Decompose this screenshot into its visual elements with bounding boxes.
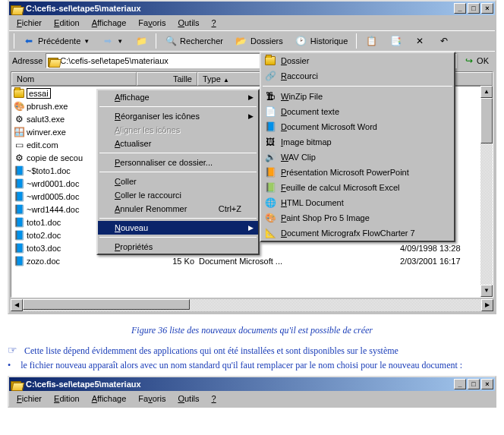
ctx-item[interactable]: Actualiser — [98, 137, 258, 150]
ctx-item[interactable]: Annuler RenommerCtrl+Z — [98, 202, 258, 216]
ctx-item[interactable]: Personnaliser ce dossier... — [98, 156, 258, 169]
app-icon: ⚙ — [13, 113, 25, 125]
file-size: 15 Ko — [138, 257, 199, 266]
folder-open-icon — [48, 55, 60, 67]
submenu-arrow-icon: ▶ — [248, 224, 254, 232]
new-item[interactable]: 📘Document Microsoft Word — [261, 119, 454, 134]
history-button[interactable]: 🕑 Historique — [290, 33, 354, 49]
close-button[interactable]: × — [481, 3, 493, 14]
note2-text: le fichier nouveau apparaît alors avec u… — [20, 360, 462, 370]
ctx-item[interactable]: Réorganiser les icônes▶ — [98, 109, 258, 123]
up-button[interactable]: 📁 — [130, 33, 153, 49]
menu-affichage[interactable]: Affichage — [87, 392, 131, 405]
new-item[interactable]: 📐Document Micrografx FlowCharter 7 — [261, 225, 454, 241]
menu-bar: Fichier Edition Affichage Favoris Outils… — [9, 15, 495, 30]
col-size[interactable]: Taille — [137, 72, 197, 86]
new-item-label: WAV Clip — [281, 153, 316, 162]
minimize-button[interactable]: _ — [454, 3, 466, 14]
go-button[interactable]: ↪ OK — [460, 55, 492, 67]
psp-icon: 🎨 — [264, 212, 276, 224]
minimize-button[interactable]: _ — [454, 379, 466, 389]
menu-outils[interactable]: Outils — [173, 17, 203, 29]
menu-fichier[interactable]: Fichier — [12, 392, 46, 405]
menu-edition[interactable]: Edition — [49, 17, 84, 29]
ctx-item[interactable]: Affichage▶ — [98, 90, 258, 104]
menu-outils[interactable]: Outils — [173, 392, 203, 405]
titlebar[interactable]: C:\cefis-sel\etape5\materiaux _ □ × — [9, 377, 495, 391]
menu-favoris[interactable]: Favoris — [134, 392, 170, 405]
new-item-label: Document Microsoft Word — [281, 122, 377, 131]
sort-asc-icon: ▲ — [223, 77, 229, 84]
scroll-right-button[interactable]: ▶ — [481, 299, 493, 311]
ctx-item[interactable]: Coller le raccourci — [98, 188, 258, 202]
scroll-down-button[interactable]: ▼ — [480, 285, 493, 297]
note-pointer: ☞ Cette liste dépend évidemment des appl… — [21, 344, 496, 357]
submenu-arrow-icon: ▶ — [248, 112, 254, 120]
menu-fichier[interactable]: Fichier — [12, 17, 46, 29]
ctx-item[interactable]: Propriétés — [98, 240, 258, 254]
menu-favoris[interactable]: Favoris — [134, 17, 170, 29]
vertical-scrollbar[interactable]: ▲ ▼ — [480, 86, 493, 297]
new-item[interactable]: 🖼Image bitmap — [261, 134, 454, 150]
maximize-button[interactable]: □ — [468, 379, 480, 389]
copy-to-icon: 📑 — [389, 35, 402, 47]
file-name: toto1.doc — [27, 218, 61, 227]
ctx-item[interactable]: Coller — [98, 175, 258, 188]
shortcut: Ctrl+Z — [219, 204, 241, 213]
xls-icon: 📗 — [264, 181, 276, 194]
folder-icon — [13, 87, 25, 99]
undo-button[interactable]: ↶ — [433, 33, 455, 49]
pointing-hand-icon: ☞ — [8, 345, 17, 356]
new-submenu: Dossier🔗Raccourci🗜WinZip File📄Document t… — [260, 52, 455, 242]
move-to-button[interactable]: 📋 — [360, 33, 383, 49]
ctx-item[interactable]: Nouveau▶ — [98, 221, 258, 235]
folders-button[interactable]: 📂 Dossiers — [230, 33, 288, 49]
col-name[interactable]: Nom — [11, 72, 137, 86]
shortcut-icon: 🔗 — [264, 70, 276, 82]
file-row[interactable]: 📘zozo.doc15 KoDocument Microsoft ...2/03… — [11, 254, 493, 267]
new-item[interactable]: 🔗Raccourci — [261, 68, 454, 84]
wav-icon: 🔊 — [264, 151, 276, 163]
history-label: Historique — [310, 36, 348, 46]
chevron-down-icon: ▼ — [83, 38, 90, 45]
new-item[interactable]: 🌐HTML Document — [261, 195, 454, 210]
paint-icon: 🎨 — [13, 100, 25, 112]
new-item[interactable]: 🔊WAV Clip — [261, 150, 454, 165]
new-item[interactable]: 📄Document texte — [261, 104, 454, 119]
new-item-label: Raccourci — [281, 71, 318, 80]
menu-help[interactable]: ? — [207, 392, 221, 405]
search-button[interactable]: 🔍 Rechercher — [159, 33, 228, 49]
close-button[interactable]: × — [481, 379, 493, 389]
new-item[interactable]: 🗜WinZip File — [261, 89, 454, 104]
menu-edition[interactable]: Edition — [49, 392, 84, 405]
scroll-up-button[interactable]: ▲ — [480, 86, 493, 98]
maximize-button[interactable]: □ — [468, 3, 480, 14]
new-item-label: HTML Document — [281, 198, 344, 207]
menu-help[interactable]: ? — [207, 17, 221, 29]
scroll-left-button[interactable]: ◀ — [11, 299, 23, 311]
new-item[interactable]: Dossier — [261, 53, 454, 68]
menu-affichage[interactable]: Affichage — [87, 17, 131, 29]
titlebar[interactable]: C:\cefis-sel\etape5\materiaux _ □ × — [9, 2, 495, 15]
new-item[interactable]: 🎨Paint Shop Pro 5 Image — [261, 210, 454, 225]
html-icon: 🌐 — [264, 197, 276, 209]
delete-button[interactable]: ✕ — [408, 33, 431, 49]
explorer-window-1: C:\cefis-sel\etape5\materiaux _ □ × Fich… — [8, 0, 496, 314]
new-item[interactable]: 📗Feuille de calcul Microsoft Excel — [261, 180, 454, 195]
word-icon: 📘 — [264, 121, 276, 133]
back-button[interactable]: ⬅ Précédente ▼ — [17, 33, 95, 49]
copy-to-button[interactable]: 📑 — [384, 33, 407, 49]
horizontal-scrollbar[interactable]: ◀ ▶ — [11, 299, 493, 311]
scroll-thumb[interactable] — [480, 98, 493, 143]
scroll-thumb-h[interactable] — [23, 299, 190, 310]
ctx-item: Aligner les icônes — [98, 123, 258, 137]
file-name: ~wrd0001.doc — [27, 179, 79, 188]
new-item-label: Document texte — [281, 107, 339, 116]
file-type: Document Microsoft ... — [199, 257, 400, 266]
context-menu: Affichage▶Réorganiser les icônes▶Aligner… — [96, 89, 260, 255]
back-label: Précédente — [38, 36, 80, 46]
file-name: ~wrd1444.doc — [27, 205, 79, 214]
forward-button[interactable]: ➡ ▼ — [96, 33, 128, 49]
bmp-icon: 🖼 — [264, 136, 276, 148]
new-item[interactable]: 📙Présentation Microsoft PowerPoint — [261, 165, 454, 180]
